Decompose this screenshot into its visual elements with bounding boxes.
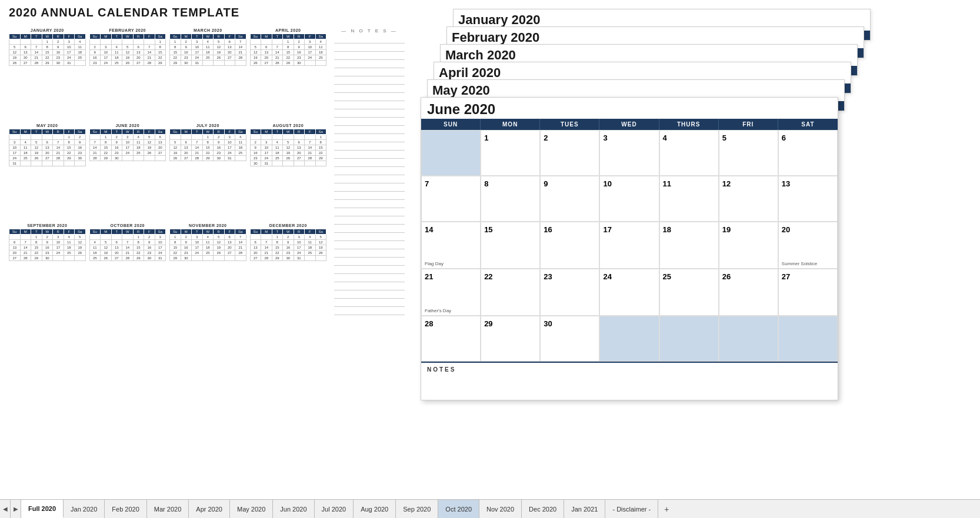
mini-cal-cell[interactable]: 15 [133,245,144,250]
notes-line[interactable] [334,208,405,216]
mini-cal-cell[interactable]: 15 [170,50,181,55]
notes-line[interactable] [334,192,405,200]
mini-cal-cell[interactable]: 18 [202,50,214,55]
mini-cal-cell[interactable]: 9 [214,139,225,145]
mini-cal-cell[interactable]: 16 [111,145,122,150]
mini-cal-cell[interactable]: 5 [315,235,326,240]
mini-cal-cell[interactable]: 11 [64,240,75,245]
mini-cal-cell[interactable]: 26 [144,150,155,155]
mini-cal-cell[interactable]: 26 [214,55,225,61]
mini-cal-cell[interactable]: 14 [53,145,64,150]
mini-cal-cell[interactable]: 5 [9,45,21,50]
jun-cell-23[interactable]: 23 [540,269,599,316]
mini-cal-cell[interactable]: 27 [294,155,305,161]
mini-cal-cell[interactable]: 1 [31,235,42,240]
mini-cal-cell[interactable]: 10 [294,240,305,245]
mini-cal-cell[interactable]: 4 [235,134,246,139]
notes-line[interactable] [334,233,405,241]
mini-cal-cell[interactable]: 8 [283,45,294,50]
mini-cal-cell[interactable]: 14 [144,50,155,55]
mini-cal-cell[interactable]: 2 [144,235,155,240]
mini-cal-cell[interactable]: 7 [122,240,134,245]
mini-cal-cell[interactable]: 12 [144,139,155,145]
mini-cal-cell[interactable]: 20 [224,50,235,55]
notes-line[interactable] [334,134,405,142]
notes-line[interactable] [334,60,405,68]
mini-cal-cell[interactable]: 25 [111,61,122,66]
jun-cell-14[interactable]: 14 Flag Day [421,222,481,269]
mini-cal-cell[interactable]: 30 [294,61,305,66]
tab-dec-2020[interactable]: Dec 2020 [522,500,564,518]
jun-cell-28[interactable]: 28 [421,316,481,362]
mini-cal-cell[interactable]: 14 [272,50,283,55]
jun-cell-3[interactable]: 3 [599,130,659,176]
mini-cal-cell[interactable]: 2 [181,39,192,45]
mini-cal-cell[interactable]: 8 [133,240,144,245]
mini-cal-cell[interactable]: 27 [261,61,272,66]
mini-cal-cell[interactable]: 10 [192,240,203,245]
mini-cal-cell[interactable]: 6 [224,39,235,45]
jun-cell-26[interactable]: 26 [719,269,778,316]
mini-cal-cell[interactable]: 23 [214,150,225,155]
mini-cal-cell[interactable]: 21 [20,250,31,256]
mini-cal-cell[interactable]: 6 [181,139,192,145]
mini-cal-cell[interactable]: 14 [31,50,42,55]
mini-cal-cell[interactable]: 2 [89,45,101,50]
tab-jan-2021[interactable]: Jan 2021 [564,500,605,518]
mini-cal-cell[interactable]: 1 [170,235,181,240]
mini-cal-cell[interactable]: 29 [101,155,112,161]
mini-cal-cell[interactable]: 15 [64,145,75,150]
mini-cal-cell[interactable]: 10 [192,45,203,50]
mini-cal-cell[interactable]: 28 [144,61,155,66]
mini-cal-cell[interactable]: 2 [111,134,122,139]
mini-cal-cell[interactable]: 13 [155,139,166,145]
mini-cal-cell[interactable]: 11 [202,45,214,50]
mini-cal-cell[interactable]: 2 [53,39,64,45]
mini-cal-cell[interactable]: 25 [64,250,75,256]
jun-cell-19[interactable]: 19 [719,222,778,269]
mini-cal-cell[interactable]: 16 [214,145,225,150]
mini-cal-cell[interactable]: 29 [42,61,53,66]
mini-cal-cell[interactable]: 13 [261,50,272,55]
mini-cal-cell[interactable]: 18 [272,150,283,155]
mini-cal-cell[interactable]: 27 [224,55,235,61]
jun-cell-25[interactable]: 25 [659,269,719,316]
mini-cal-cell[interactable]: 5 [75,235,86,240]
mini-cal-cell[interactable]: 17 [155,245,166,250]
tab---disclaimer--[interactable]: - Disclaimer - [605,500,658,518]
mini-cal-cell[interactable]: 22 [64,150,75,155]
mini-cal-cell[interactable]: 9 [181,45,192,50]
mini-cal-cell[interactable]: 19 [31,150,42,155]
mini-cal-cell[interactable]: 12 [122,50,134,55]
mini-cal-cell[interactable]: 11 [235,139,246,145]
mini-cal-cell[interactable]: 22 [283,55,294,61]
notes-line[interactable] [334,44,405,52]
mini-cal-cell[interactable]: 12 [75,240,86,245]
mini-cal-cell[interactable]: 6 [133,45,144,50]
mini-cal-cell[interactable]: 8 [202,139,214,145]
mini-cal-cell[interactable]: 16 [75,145,86,150]
tab-nov-2020[interactable]: Nov 2020 [479,500,522,518]
mini-cal-cell[interactable]: 1 [64,134,75,139]
jun-cell-1[interactable]: 1 [481,130,540,176]
mini-cal-cell[interactable]: 17 [9,150,21,155]
mini-cal-cell[interactable]: 9 [42,240,53,245]
mini-cal-cell[interactable]: 7 [53,139,64,145]
mini-cal-cell[interactable]: 22 [133,250,144,256]
mini-cal-cell[interactable]: 10 [122,139,134,145]
mini-cal-cell[interactable]: 24 [305,55,316,61]
mini-cal-cell[interactable]: 2 [283,235,294,240]
mini-cal-cell[interactable]: 20 [9,250,21,256]
mini-cal-cell[interactable]: 6 [20,45,31,50]
mini-cal-cell[interactable]: 29 [170,61,181,66]
mini-cal-cell[interactable]: 8 [155,45,166,50]
mini-cal-cell[interactable]: 26 [214,250,225,256]
jun-cell-12[interactable]: 12 [719,176,778,222]
mini-cal-cell[interactable]: 31 [64,61,75,66]
mini-cal-cell[interactable]: 22 [42,55,53,61]
tab-oct-2020[interactable]: Oct 2020 [438,500,479,518]
mini-cal-cell[interactable]: 5 [250,45,261,50]
mini-cal-cell[interactable]: 18 [64,245,75,250]
mini-cal-cell[interactable]: 15 [101,145,112,150]
mini-cal-cell[interactable]: 12 [9,50,21,55]
